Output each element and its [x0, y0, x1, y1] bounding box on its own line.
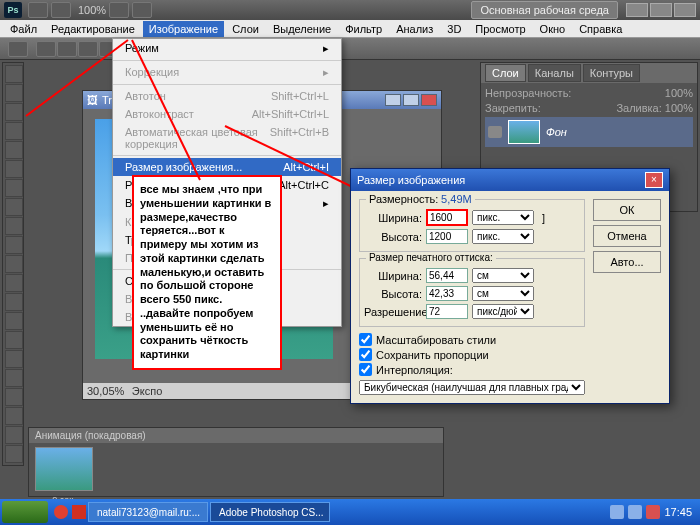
- visibility-icon[interactable]: [488, 126, 502, 138]
- lasso-tool-icon[interactable]: [5, 103, 23, 121]
- zoom-tool-icon[interactable]: [5, 445, 23, 463]
- sel-sub-icon[interactable]: [78, 41, 98, 57]
- sel-add-icon[interactable]: [57, 41, 77, 57]
- fill-value[interactable]: 100%: [665, 102, 693, 114]
- menu-view[interactable]: Просмотр: [469, 21, 531, 37]
- tab-paths[interactable]: Контуры: [583, 64, 640, 82]
- minimize-icon[interactable]: [626, 3, 648, 17]
- tab-layers[interactable]: Слои: [485, 64, 526, 82]
- path-tool-icon[interactable]: [5, 369, 23, 387]
- menu-3d[interactable]: 3D: [441, 21, 467, 37]
- doc-min-icon[interactable]: [385, 94, 401, 106]
- opera-icon[interactable]: [54, 505, 68, 519]
- doc-close-icon[interactable]: [421, 94, 437, 106]
- stamp-tool-icon[interactable]: [5, 217, 23, 235]
- menu-window[interactable]: Окно: [534, 21, 572, 37]
- constrain-checkbox[interactable]: [359, 348, 372, 361]
- menu-layers[interactable]: Слои: [226, 21, 265, 37]
- workspace-selector[interactable]: Основная рабочая среда: [471, 1, 618, 19]
- arrange-icon[interactable]: [132, 2, 152, 18]
- resolution-input[interactable]: [426, 304, 468, 319]
- auto-button[interactable]: Авто...: [593, 251, 661, 273]
- interpolation-select[interactable]: Бикубическая (наилучшая для плавных град…: [359, 380, 585, 395]
- heal-tool-icon[interactable]: [5, 179, 23, 197]
- layer-name[interactable]: Фон: [546, 126, 567, 138]
- print-width-label: Ширина:: [364, 270, 422, 282]
- dialog-titlebar[interactable]: Размер изображения ×: [351, 169, 669, 191]
- gradient-tool-icon[interactable]: [5, 274, 23, 292]
- menu-item: Коррекция▸: [113, 63, 341, 82]
- menu-select[interactable]: Выделение: [267, 21, 337, 37]
- history-tool-icon[interactable]: [5, 236, 23, 254]
- width-label: Ширина:: [364, 212, 422, 224]
- type-tool-icon[interactable]: [5, 350, 23, 368]
- scale-styles-checkbox[interactable]: [359, 333, 372, 346]
- eraser-tool-icon[interactable]: [5, 255, 23, 273]
- tray-icon[interactable]: [610, 505, 624, 519]
- height-input[interactable]: [426, 229, 468, 244]
- link-icon[interactable]: ]: [542, 212, 545, 224]
- opacity-value[interactable]: 100%: [665, 87, 693, 99]
- wand-tool-icon[interactable]: [5, 122, 23, 140]
- avira-icon[interactable]: [646, 505, 660, 519]
- taskbar-item[interactable]: natali73123@mail.ru:...: [88, 502, 208, 522]
- tool-preset-icon[interactable]: [28, 2, 48, 18]
- tab-channels[interactable]: Каналы: [528, 64, 581, 82]
- menu-help[interactable]: Справка: [573, 21, 628, 37]
- 3d-tool-icon[interactable]: [5, 407, 23, 425]
- print-height-unit[interactable]: см: [472, 286, 534, 301]
- menu-filter[interactable]: Фильтр: [339, 21, 388, 37]
- pen-tool-icon[interactable]: [5, 331, 23, 349]
- toolbox: [2, 62, 24, 466]
- move-tool-icon[interactable]: [5, 65, 23, 83]
- menu-edit[interactable]: Редактирование: [45, 21, 141, 37]
- eyedrop-tool-icon[interactable]: [5, 160, 23, 178]
- taskbar-item[interactable]: Adobe Photoshop CS...: [210, 502, 330, 522]
- hand-tool-icon[interactable]: [5, 426, 23, 444]
- width-input[interactable]: [426, 209, 468, 226]
- menu-item[interactable]: Размер изображения...Alt+Ctrl+I: [113, 158, 341, 176]
- width-unit-select[interactable]: пикс.: [472, 210, 534, 225]
- hand-icon[interactable]: [109, 2, 129, 18]
- print-size-group: Размер печатного оттиска: Ширина:см Высо…: [359, 258, 585, 327]
- dialog-close-icon[interactable]: ×: [645, 172, 663, 188]
- zoom-level[interactable]: 100%: [78, 4, 106, 16]
- animation-frame[interactable]: [35, 447, 93, 491]
- start-button[interactable]: [2, 501, 48, 523]
- print-width-unit[interactable]: см: [472, 268, 534, 283]
- shape-tool-icon[interactable]: [5, 388, 23, 406]
- clock[interactable]: 17:45: [664, 506, 692, 518]
- marquee-tool-icon[interactable]: [5, 84, 23, 102]
- cancel-button[interactable]: Отмена: [593, 225, 661, 247]
- screen-mode-icon[interactable]: [51, 2, 71, 18]
- app-icon[interactable]: [72, 505, 86, 519]
- menu-analysis[interactable]: Анализ: [390, 21, 439, 37]
- animation-title: Анимация (покадровая): [29, 428, 443, 443]
- height-unit-select[interactable]: пикс.: [472, 229, 534, 244]
- menu-item: АвтотонShift+Ctrl+L: [113, 87, 341, 105]
- marquee-icon[interactable]: [8, 41, 28, 57]
- menu-item[interactable]: Режим▸: [113, 39, 341, 58]
- sel-new-icon[interactable]: [36, 41, 56, 57]
- crop-tool-icon[interactable]: [5, 141, 23, 159]
- layer-thumbnail[interactable]: [508, 120, 540, 144]
- brush-tool-icon[interactable]: [5, 198, 23, 216]
- close-icon[interactable]: [674, 3, 696, 17]
- layer-row[interactable]: Фон: [485, 117, 693, 147]
- resolution-unit[interactable]: пикс/дюйм: [472, 304, 534, 319]
- ok-button[interactable]: ОК: [593, 199, 661, 221]
- menu-image[interactable]: Изображение: [143, 21, 224, 37]
- print-width-input[interactable]: [426, 268, 468, 283]
- menu-file[interactable]: Файл: [4, 21, 43, 37]
- opacity-label: Непрозрачность:: [485, 87, 571, 99]
- ps-logo-icon: Ps: [4, 2, 22, 18]
- dodge-tool-icon[interactable]: [5, 312, 23, 330]
- doc-max-icon[interactable]: [403, 94, 419, 106]
- maximize-icon[interactable]: [650, 3, 672, 17]
- resample-checkbox[interactable]: [359, 363, 372, 376]
- resolution-label: Разрешение:: [364, 306, 422, 318]
- menu-bar: Файл Редактирование Изображение Слои Выд…: [0, 20, 700, 38]
- tray-icon[interactable]: [628, 505, 642, 519]
- print-height-input[interactable]: [426, 286, 468, 301]
- blur-tool-icon[interactable]: [5, 293, 23, 311]
